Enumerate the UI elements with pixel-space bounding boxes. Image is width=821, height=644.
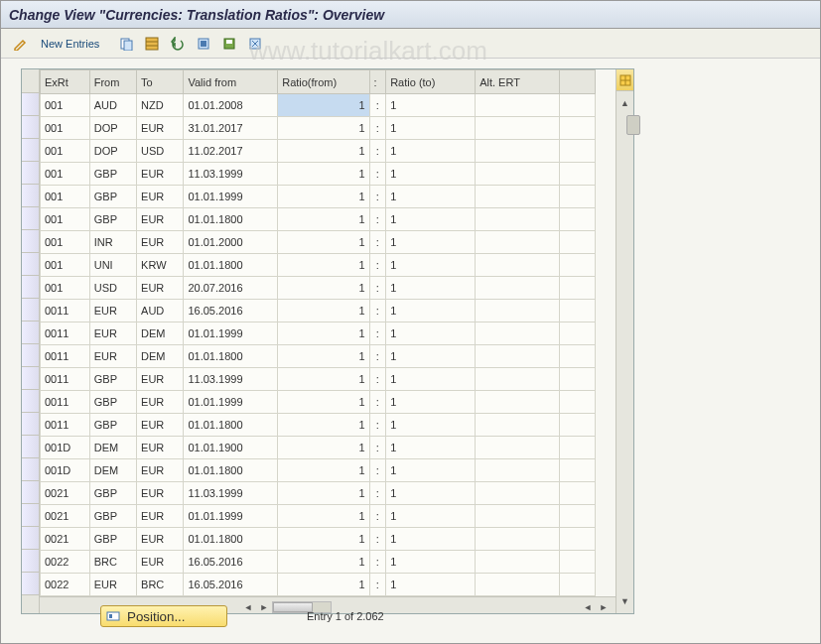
table-row[interactable]: 0011GBPEUR11.03.19991:1 — [41, 368, 596, 391]
cell-rto[interactable]: 1 — [386, 414, 476, 437]
cell-alt[interactable] — [476, 300, 560, 322]
cell-to[interactable]: EUR — [137, 163, 184, 186]
cell-from[interactable]: GBP — [89, 163, 136, 186]
table-row[interactable]: 0021GBPEUR01.01.19991:1 — [41, 505, 596, 528]
cell-rfrom[interactable]: 1 — [278, 117, 369, 140]
table-row[interactable]: 0022BRCEUR16.05.20161:1 — [41, 551, 596, 574]
row-selector[interactable] — [22, 458, 39, 481]
cell-rto[interactable]: 1 — [386, 551, 476, 574]
table-row[interactable]: 001DOPEUR31.01.20171:1 — [41, 117, 596, 140]
cell-from[interactable]: GBP — [89, 505, 136, 528]
cell-to[interactable]: EUR — [137, 186, 184, 208]
cell-rfrom[interactable]: 1 — [278, 231, 369, 254]
cell-from[interactable]: EUR — [89, 300, 136, 322]
cell-rto[interactable]: 1 — [386, 208, 476, 231]
cell-to[interactable]: EUR — [137, 505, 184, 528]
cell-from[interactable]: DOP — [89, 140, 136, 163]
cell-valid[interactable]: 11.03.1999 — [184, 368, 278, 391]
cell-rfrom[interactable]: 1 — [278, 437, 369, 459]
cell-alt[interactable] — [476, 368, 560, 391]
cell-rfrom[interactable]: 1 — [278, 574, 369, 596]
cell-valid[interactable]: 11.03.1999 — [184, 482, 278, 505]
row-selector[interactable] — [22, 550, 39, 573]
table-row[interactable]: 0021GBPEUR01.01.18001:1 — [41, 528, 596, 551]
cell-alt[interactable] — [476, 459, 560, 482]
row-selector[interactable] — [22, 299, 39, 322]
cell-rfrom[interactable]: 1 — [278, 163, 369, 186]
cell-exrt[interactable]: 001 — [41, 254, 90, 277]
table-row[interactable]: 001USDEUR20.07.20161:1 — [41, 277, 596, 300]
cell-to[interactable]: EUR — [137, 277, 184, 300]
cell-rto[interactable]: 1 — [386, 140, 476, 163]
cell-rto[interactable]: 1 — [386, 528, 476, 551]
scroll-up-icon[interactable]: ▲ — [617, 93, 633, 113]
cell-exrt[interactable]: 001 — [41, 163, 90, 186]
cell-valid[interactable]: 01.01.1999 — [184, 391, 278, 414]
cell-alt[interactable] — [476, 391, 560, 414]
cell-rto[interactable]: 1 — [386, 368, 476, 391]
cell-alt[interactable] — [476, 277, 560, 300]
cell-valid[interactable]: 01.01.1800 — [184, 254, 278, 277]
row-selector[interactable] — [22, 162, 39, 185]
new-entries-button[interactable]: New Entries — [35, 36, 105, 52]
cell-valid[interactable]: 01.01.1800 — [184, 345, 278, 368]
cell-rto[interactable]: 1 — [386, 94, 476, 117]
cell-rfrom[interactable]: 1 — [278, 414, 369, 437]
cell-rto[interactable]: 1 — [386, 482, 476, 505]
cell-valid[interactable]: 01.01.1999 — [184, 505, 278, 528]
undo-icon[interactable] — [167, 33, 189, 55]
cell-exrt[interactable]: 0022 — [41, 551, 90, 574]
cell-valid[interactable]: 16.05.2016 — [184, 300, 278, 322]
cell-rto[interactable]: 1 — [386, 186, 476, 208]
cell-rfrom[interactable]: 1 — [278, 528, 369, 551]
row-selector[interactable] — [22, 116, 39, 139]
table-row[interactable]: 0011GBPEUR01.01.18001:1 — [41, 414, 596, 437]
cell-rto[interactable]: 1 — [386, 459, 476, 482]
cell-rto[interactable]: 1 — [386, 163, 476, 186]
cell-valid[interactable]: 20.07.2016 — [184, 277, 278, 300]
cell-alt[interactable] — [476, 140, 560, 163]
cell-to[interactable]: EUR — [137, 414, 184, 437]
col-header-valid[interactable]: Valid from — [184, 70, 278, 94]
row-selector[interactable] — [22, 481, 39, 504]
row-selector[interactable] — [22, 344, 39, 367]
cell-from[interactable]: DEM — [89, 437, 136, 459]
cell-rfrom[interactable]: 1 — [278, 551, 369, 574]
cell-from[interactable]: AUD — [89, 94, 136, 117]
cell-from[interactable]: DOP — [89, 117, 136, 140]
cell-to[interactable]: EUR — [137, 459, 184, 482]
cell-exrt[interactable]: 001 — [41, 208, 90, 231]
cell-exrt[interactable]: 001D — [41, 437, 90, 459]
cell-rfrom[interactable]: 1 — [278, 300, 369, 322]
cell-alt[interactable] — [476, 186, 560, 208]
cell-valid[interactable]: 01.01.2000 — [184, 231, 278, 254]
cell-rfrom[interactable]: 1 — [278, 505, 369, 528]
cell-exrt[interactable]: 001D — [41, 459, 90, 482]
cell-from[interactable]: GBP — [89, 186, 136, 208]
cell-rto[interactable]: 1 — [386, 345, 476, 368]
cell-from[interactable]: EUR — [89, 574, 136, 596]
cell-to[interactable]: EUR — [137, 528, 184, 551]
cell-alt[interactable] — [476, 551, 560, 574]
row-selector[interactable] — [22, 139, 39, 162]
cell-alt[interactable] — [476, 254, 560, 277]
table-row[interactable]: 0011EURAUD16.05.20161:1 — [41, 300, 596, 322]
table-row[interactable]: 001DOPUSD11.02.20171:1 — [41, 140, 596, 163]
table-row[interactable]: 001UNIKRW01.01.18001:1 — [41, 254, 596, 277]
cell-alt[interactable] — [476, 163, 560, 186]
cell-alt[interactable] — [476, 482, 560, 505]
row-selector[interactable] — [22, 93, 39, 116]
cell-valid[interactable]: 01.01.1900 — [184, 437, 278, 459]
deselect-icon[interactable] — [244, 33, 266, 55]
row-selector[interactable] — [22, 504, 39, 527]
save-icon[interactable] — [218, 33, 240, 55]
cell-valid[interactable]: 01.01.2008 — [184, 94, 278, 117]
cell-exrt[interactable]: 001 — [41, 231, 90, 254]
cell-from[interactable]: GBP — [89, 414, 136, 437]
cell-rto[interactable]: 1 — [386, 505, 476, 528]
row-selector[interactable] — [22, 322, 39, 344]
table-row[interactable]: 001AUDNZD01.01.20081:1 — [41, 94, 596, 117]
cell-exrt[interactable]: 0011 — [41, 368, 90, 391]
cell-alt[interactable] — [476, 437, 560, 459]
row-selector[interactable] — [22, 527, 39, 550]
